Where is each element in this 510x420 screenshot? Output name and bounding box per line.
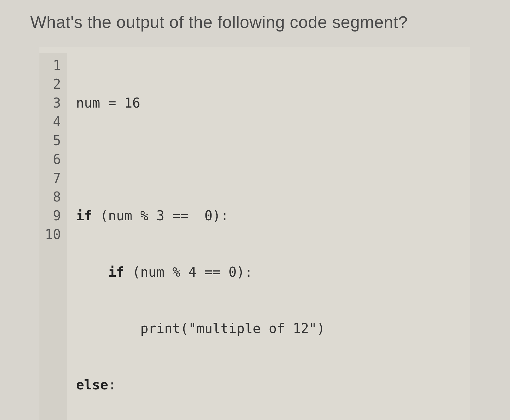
code-content: num = 16 if (num % 3 == 0): if (num % 4 … [67, 53, 325, 420]
line-number: 1 [45, 56, 61, 75]
code-line [76, 150, 325, 169]
line-number: 4 [45, 112, 61, 131]
line-number: 8 [45, 188, 61, 206]
line-number: 9 [45, 206, 61, 225]
line-number: 7 [45, 169, 61, 188]
code-line: print("multiple of 12") [76, 319, 325, 338]
line-number: 10 [45, 225, 61, 244]
line-number: 2 [45, 75, 61, 94]
code-block: 1 2 3 4 5 6 7 8 9 10 num = 16 if (num % … [39, 47, 470, 420]
code-gutter: 1 2 3 4 5 6 7 8 9 10 [39, 53, 67, 420]
code-line: else: [76, 375, 325, 394]
code-line: if (num % 4 == 0): [76, 263, 325, 282]
line-number: 3 [45, 94, 61, 112]
line-number: 6 [45, 150, 61, 169]
code-line: if (num % 3 == 0): [76, 206, 325, 225]
code-line: num = 16 [76, 94, 325, 112]
question-title: What's the output of the following code … [30, 12, 480, 32]
line-number: 5 [45, 131, 61, 150]
